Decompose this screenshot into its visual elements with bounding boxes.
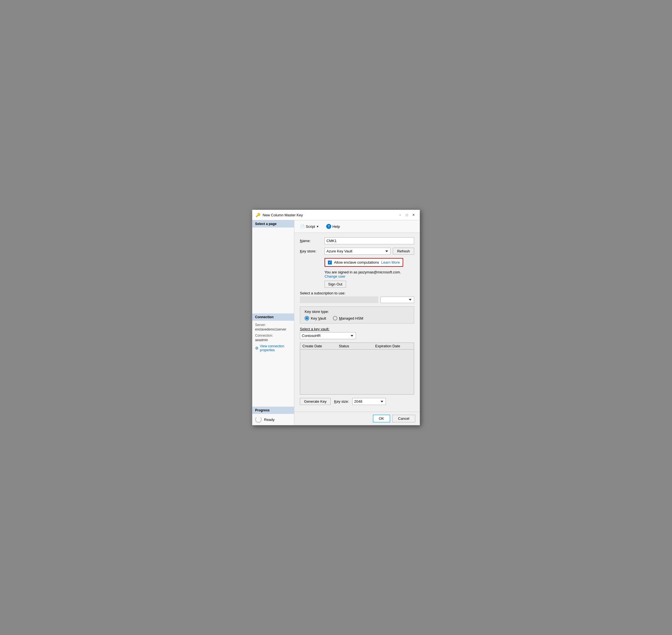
enclave-box: Allow enclave computations Learn More [324, 258, 403, 267]
signed-in-text: You are signed in as jaszymas@microsoft.… [324, 270, 401, 274]
toolbar: 📄 Script ▼ ? Help [294, 220, 420, 233]
cancel-button[interactable]: Cancel [392, 415, 415, 422]
connection-name-label: Connection: [255, 334, 291, 337]
sidebar-content [252, 227, 294, 313]
generate-row: Generate Key Key size: 2048 4096 [300, 398, 414, 405]
help-label: Help [332, 224, 340, 228]
sidebar: Select a page Connection Server: enclave… [252, 220, 294, 425]
progress-status: Ready [264, 418, 275, 422]
key-store-label: Key store: [300, 249, 322, 253]
signed-in-row: You are signed in as jaszymas@microsoft.… [324, 270, 414, 279]
generate-key-button[interactable]: Generate Key [300, 398, 331, 405]
help-icon: ? [326, 224, 331, 229]
progress-spinner [255, 416, 262, 423]
key-store-type-box: Key store type: Key Vault Managed HSM [300, 306, 414, 324]
subscription-select-row [300, 297, 414, 303]
progress-section-header: Progress [252, 407, 294, 414]
subscription-filler [300, 297, 378, 303]
ok-button[interactable]: OK [373, 415, 390, 422]
select-page-section: Select a page [252, 220, 294, 227]
subscription-label: Select a subscription to use: [300, 291, 345, 295]
connection-properties-icon: ⚙ [255, 346, 259, 350]
window-body: Select a page Connection Server: enclave… [252, 220, 420, 425]
enclave-checkbox[interactable] [328, 261, 332, 264]
script-dropdown-arrow: ▼ [316, 225, 319, 228]
key-vault-radio[interactable]: Key Vault [304, 316, 326, 321]
restore-button[interactable]: □ [404, 212, 410, 218]
col-status: Status [339, 344, 375, 348]
minimize-button[interactable]: − [397, 212, 403, 218]
server-label: Server: [255, 323, 291, 327]
connection-value: aeadmin [255, 338, 291, 342]
main-window: 🔑 New Column Master Key − □ ✕ Select a p… [252, 210, 420, 425]
col-expiration: Expiration Date [375, 344, 412, 348]
title-bar: 🔑 New Column Master Key − □ ✕ [252, 210, 420, 220]
sign-out-button[interactable]: Sign Out [324, 281, 346, 288]
generate-key-label: enerate Key [307, 399, 327, 403]
key-store-row: Key store: Azure Key Vault Windows Certi… [300, 248, 414, 255]
key-store-type-label: Key store type: [304, 309, 410, 314]
refresh-button[interactable]: Refresh [393, 248, 414, 255]
subscription-label-row: Select a subscription to use: [300, 291, 414, 295]
window-title: New Column Master Key [262, 213, 395, 217]
progress-area: Ready [252, 414, 294, 425]
key-table-body [300, 350, 414, 394]
key-vault-select-row: ContosoHR [300, 332, 414, 339]
change-user-link[interactable]: Change user [324, 274, 345, 279]
key-vault-radio-inner [306, 317, 308, 319]
learn-more-link[interactable]: Learn More [381, 260, 400, 264]
window-controls: − □ ✕ [397, 212, 416, 218]
name-label: Name: [300, 239, 322, 243]
key-table-header: Create Date Status Expiration Date [300, 343, 414, 350]
name-input[interactable] [324, 237, 414, 244]
progress-label: Progress [255, 408, 270, 412]
help-button[interactable]: ? Help [324, 222, 342, 230]
close-button[interactable]: ✕ [411, 212, 416, 218]
radio-row: Key Vault Managed HSM [304, 316, 410, 321]
key-vault-select[interactable]: ContosoHR [300, 332, 356, 339]
form-area: Name: Key store: Azure Key Vault Windows… [294, 233, 420, 412]
refresh-label: efresh [400, 249, 410, 253]
managed-hsm-radio-outer [333, 316, 337, 321]
footer: OK Cancel [294, 412, 420, 425]
connection-label: Connection [255, 315, 274, 319]
script-button[interactable]: 📄 Script ▼ [298, 223, 321, 230]
key-size-label: Key size: [334, 399, 349, 403]
key-vault-label-row: Select a key vault: [300, 327, 414, 331]
window-icon: 🔑 [256, 213, 260, 217]
key-vault-radio-outer [304, 316, 309, 321]
managed-hsm-radio[interactable]: Managed HSM [333, 316, 363, 321]
script-label: Script [306, 224, 315, 228]
name-row: Name: [300, 237, 414, 244]
key-store-select[interactable]: Azure Key Vault Windows Certificate Stor… [324, 248, 391, 255]
col-create-date: Create Date [302, 344, 339, 348]
select-page-label: Select a page [255, 222, 277, 226]
main-content: 📄 Script ▼ ? Help Name: [294, 220, 420, 425]
view-connection-label: View connection properties [260, 344, 291, 352]
server-value: enclavedemo1server [255, 327, 291, 331]
key-size-select[interactable]: 2048 4096 [352, 398, 386, 405]
script-icon: 📄 [300, 224, 304, 228]
view-connection-link[interactable]: ⚙ View connection properties [255, 344, 291, 352]
subscription-select[interactable] [380, 297, 414, 303]
connection-content: Server: enclavedemo1server Connection: a… [252, 321, 294, 407]
connection-section-header: Connection [252, 313, 294, 321]
key-table: Create Date Status Expiration Date [300, 343, 414, 395]
enclave-label: Allow enclave computations [334, 260, 379, 264]
